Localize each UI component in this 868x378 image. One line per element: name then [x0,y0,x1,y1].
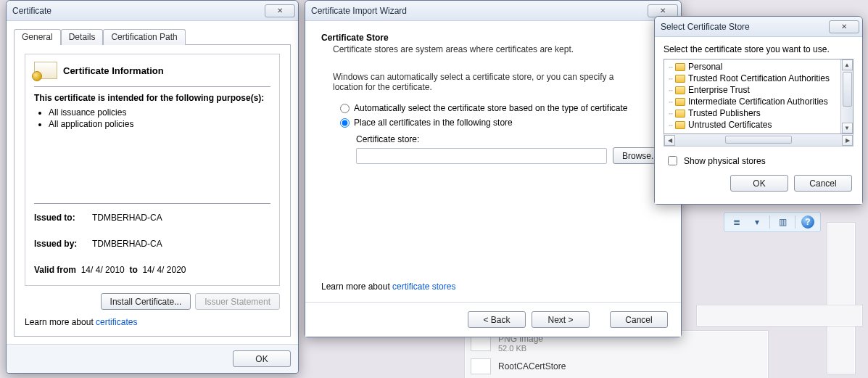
titlebar[interactable]: Certificate ✕ [7,1,298,21]
scroll-thumb[interactable] [725,136,792,144]
ok-button[interactable]: OK [233,350,291,367]
learn-more-row: Learn more about certificate stores [321,282,668,292]
certificate-store-input[interactable] [356,148,607,164]
learn-more-row: Learn more about certificates [25,317,280,327]
purpose-title: This certificate is intended for the fol… [34,93,270,103]
tree-item-personal[interactable]: ⋯Personal [669,61,839,73]
certificate-info-heading: Certificate Information [63,65,164,76]
show-physical-stores-input[interactable] [668,156,677,165]
tree-item-trusted-root[interactable]: ⋯Trusted Root Certification Authorities [669,73,839,84]
scroll-right-icon[interactable]: ▶ [842,135,853,146]
file-thumbnail-icon [471,335,491,351]
window-title: Certificate Import Wizard [311,6,648,16]
purpose-item: All application policies [49,119,270,129]
close-icon: ✕ [841,22,847,30]
issued-to-value: TDMBERHAD-CA [92,213,162,223]
scroll-left-icon[interactable]: ◀ [664,135,675,146]
wizard-description: Windows can automatically select a certi… [333,72,645,92]
issued-by-value: TDMBERHAD-CA [92,239,162,249]
explorer-file-row[interactable]: RootCACertStore [465,356,768,377]
validity-row: Valid from 14/ 4/ 2010 to 14/ 4/ 2020 [34,265,270,275]
scroll-up-icon[interactable]: ▲ [842,59,853,70]
radio-auto-input[interactable] [340,104,350,113]
close-button[interactable]: ✕ [265,4,295,17]
issued-by-label: Issued by: [34,239,92,249]
learn-more-certificates-link[interactable]: certificates [96,317,137,327]
folder-icon [675,121,685,129]
certificate-store-tree[interactable]: ⋯Personal ⋯Trusted Root Certification Au… [664,59,853,134]
purpose-item: All issuance policies [49,107,270,118]
tree-item-intermediate-ca[interactable]: ⋯Intermediate Certification Authorities [669,96,839,107]
wizard-section-heading: Certificate Store [321,33,668,43]
tree-item-enterprise-trust[interactable]: ⋯Enterprise Trust [669,84,839,96]
close-button[interactable]: ✕ [829,20,859,33]
vertical-scrollbar[interactable]: ▲ ▼ [840,59,853,133]
purpose-list: All issuance policies All application po… [49,107,270,131]
select-store-prompt: Select the certificate store you want to… [664,44,853,54]
horizontal-scrollbar[interactable]: ◀ ▶ [664,134,853,147]
select-certificate-store-dialog: Select Certificate Store ✕ Select the ce… [654,16,863,205]
tab-panel-general: Certificate Information This certificate… [14,44,291,337]
certificate-store-label: Certificate store: [356,134,668,144]
preview-pane-button[interactable]: ▥ [773,214,792,230]
file-size-label: 52.0 KB [498,344,543,353]
tree-item-untrusted[interactable]: ⋯Untrusted Certificates [669,119,839,131]
folder-icon [675,63,685,71]
cancel-button[interactable]: Cancel [794,175,852,192]
show-physical-stores-label: Show physical stores [684,156,766,166]
window-title: Certificate [12,6,265,16]
install-certificate-button[interactable]: Install Certificate... [101,293,191,310]
issuer-statement-button: Issuer Statement [195,293,280,310]
radio-auto-select-store[interactable]: Automatically select the certificate sto… [340,103,668,113]
certificate-import-wizard: Certificate Import Wizard ✕ Certificate … [305,0,682,337]
file-name-label: RootCACertStore [498,361,566,371]
certificate-icon [34,62,57,79]
scroll-down-icon[interactable]: ▼ [842,123,853,133]
folder-icon [675,86,685,94]
ok-button[interactable]: OK [730,175,788,192]
radio-place-in-store[interactable]: Place all certificates in the following … [340,118,668,128]
wizard-section-subtext: Certificate stores are system areas wher… [333,44,668,54]
folder-icon [675,75,685,83]
show-physical-stores-checkbox[interactable]: Show physical stores [665,154,853,168]
help-icon: ? [801,215,814,229]
back-button[interactable]: < Back [468,311,526,328]
scroll-thumb[interactable] [843,72,852,107]
titlebar[interactable]: Certificate Import Wizard ✕ [305,1,681,21]
folder-icon [675,98,685,106]
close-button[interactable]: ✕ [648,4,678,17]
radio-auto-label: Automatically select the certificate sto… [354,103,628,113]
radio-place-input[interactable] [340,118,350,128]
titlebar[interactable]: Select Certificate Store ✕ [655,17,862,37]
learn-more-stores-link[interactable]: certificate stores [392,282,455,292]
close-icon: ✕ [660,7,666,15]
tab-general[interactable]: General [14,29,61,45]
tree-item-trusted-publishers[interactable]: ⋯Trusted Publishers [669,107,839,119]
view-mode-dropdown[interactable]: ▾ [748,214,766,230]
tab-details[interactable]: Details [61,29,104,45]
file-thumbnail-icon [471,358,491,374]
cancel-button[interactable]: Cancel [610,311,668,328]
radio-place-label: Place all certificates in the following … [354,118,513,128]
explorer-view-toolbar: ≣ ▾ ▥ ? [724,212,821,232]
window-title: Select Certificate Store [661,22,829,32]
close-icon: ✕ [277,7,283,15]
issued-to-label: Issued to: [34,213,92,223]
view-mode-button[interactable]: ≣ [727,214,746,230]
next-button[interactable]: Next > [532,311,590,328]
tab-certification-path[interactable]: Certification Path [103,29,185,45]
folder-icon [675,110,685,118]
help-button[interactable]: ? [798,214,817,230]
certificate-dialog: Certificate ✕ General Details Certificat… [6,0,299,374]
